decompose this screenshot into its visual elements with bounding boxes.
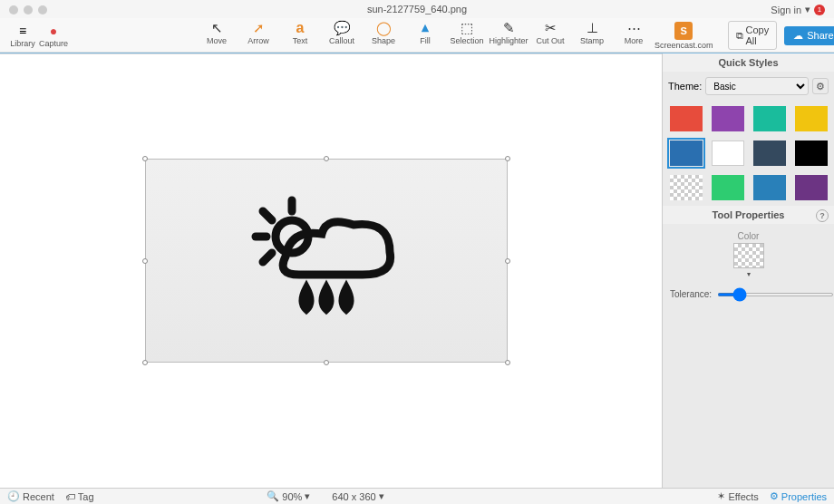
swatch-violet[interactable] <box>795 175 828 200</box>
library-button[interactable]: ≡ Library <box>7 20 38 51</box>
dimensions-menu[interactable]: 640 x 360▾ <box>332 490 383 502</box>
tool-text[interactable]: aText <box>279 20 321 51</box>
more-icon: ⋯ <box>627 20 641 36</box>
style-swatches <box>663 101 834 206</box>
recent-button[interactable]: 🕘Recent <box>7 490 54 502</box>
notification-badge: 1 <box>814 5 825 15</box>
callout-icon: 💬 <box>334 20 351 36</box>
theme-select[interactable]: Basic <box>705 77 809 95</box>
capture-button[interactable]: ● Capture <box>38 20 69 51</box>
tool-callout[interactable]: 💬Callout <box>321 20 363 51</box>
tool-more[interactable]: ⋯More <box>613 20 655 51</box>
text-icon: a <box>296 20 305 36</box>
zoom-icon: 🔍 <box>267 490 279 502</box>
effects-icon: ✶ <box>717 490 725 502</box>
chevron-down-icon: ▾ <box>670 270 827 278</box>
zoom-menu[interactable]: 🔍90%▾ <box>267 490 310 502</box>
cutout-icon: ✂ <box>545 20 557 36</box>
tag-icon: 🏷 <box>65 491 75 502</box>
quick-styles-header: Quick Styles <box>663 53 834 72</box>
screencast-button[interactable]: S Screencast.com <box>655 22 713 50</box>
copy-icon: ⧉ <box>736 30 743 42</box>
selection-handle[interactable] <box>142 156 148 161</box>
svg-line-4 <box>263 253 272 262</box>
library-icon: ≡ <box>19 23 26 39</box>
library-label: Library <box>10 39 35 48</box>
tolerance-label: Tolerance: <box>670 289 712 299</box>
theme-label: Theme: <box>668 81 702 92</box>
fill-icon <box>419 20 432 36</box>
selection-handle[interactable] <box>142 258 148 264</box>
chevron-down-icon: ▾ <box>805 4 810 15</box>
window-title: sun-2127759_640.png <box>0 0 834 18</box>
chevron-down-icon: ▾ <box>379 490 384 502</box>
clock-icon: 🕘 <box>7 490 20 502</box>
tool-move[interactable]: ↖Move <box>196 20 238 51</box>
swatch-red[interactable] <box>670 106 703 131</box>
gear-icon: ⚙ <box>816 81 825 92</box>
window-traffic-lights[interactable] <box>9 5 47 15</box>
swatch-blue[interactable] <box>753 175 786 200</box>
gear-icon: ⚙ <box>770 490 779 502</box>
sign-in-label: Sign in <box>771 5 801 15</box>
tool-fill[interactable]: Fill <box>404 20 446 51</box>
selection-icon: ⬚ <box>461 20 473 36</box>
color-picker[interactable] <box>733 243 764 268</box>
shape-icon: ◯ <box>376 20 392 36</box>
capture-label: Capture <box>39 39 68 48</box>
svg-line-2 <box>263 211 272 220</box>
selection-handle[interactable] <box>505 156 510 161</box>
chevron-down-icon: ▾ <box>305 490 310 502</box>
swatch-darkgray[interactable] <box>753 141 786 166</box>
selection-handle[interactable] <box>505 360 510 365</box>
status-bar: 🕘Recent 🏷Tag 🔍90%▾ 640 x 360▾ <box>0 488 662 504</box>
sign-in-menu[interactable]: Sign in ▾ 1 <box>771 4 825 15</box>
properties-button[interactable]: ⚙Properties <box>770 490 827 502</box>
swatch-yellow[interactable] <box>795 106 828 131</box>
tool-highlighter[interactable]: ✎Highlighter <box>488 20 529 51</box>
capture-icon: ● <box>50 23 57 39</box>
canvas-image[interactable] <box>145 159 508 363</box>
selection-handle[interactable] <box>505 258 510 264</box>
help-icon[interactable]: ? <box>816 209 829 222</box>
screencast-logo-icon: S <box>674 22 693 40</box>
swatch-white[interactable] <box>712 141 744 166</box>
tool-shape[interactable]: ◯Shape <box>363 20 404 51</box>
swatch-green[interactable] <box>712 175 744 200</box>
move-icon: ↖ <box>211 20 223 36</box>
tool-selection[interactable]: ⬚Selection <box>446 20 488 51</box>
screencast-label: Screencast.com <box>655 41 713 50</box>
tool-arrow[interactable]: ➚Arrow <box>238 20 279 51</box>
swatch-selected-blue[interactable] <box>670 141 703 166</box>
toolbar: ≡ Library ● Capture ↖Move ➚Arrow aText 💬… <box>0 18 834 53</box>
share-button[interactable]: ☁ Share <box>784 26 834 45</box>
stamp-icon: ⊥ <box>587 20 598 36</box>
tag-button[interactable]: 🏷Tag <box>65 491 94 502</box>
highlighter-icon: ✎ <box>503 20 515 36</box>
theme-settings-button[interactable]: ⚙ <box>812 78 829 94</box>
effects-button[interactable]: ✶Effects <box>717 490 758 502</box>
color-label: Color <box>670 231 827 241</box>
swatch-teal[interactable] <box>753 106 786 131</box>
side-panel: Quick Styles Theme: Basic ⚙ Tool Propert… <box>662 53 834 488</box>
copy-all-button[interactable]: ⧉ Copy All <box>728 21 778 50</box>
selection-handle[interactable] <box>324 156 329 161</box>
tool-properties-header: Tool Properties ? <box>663 206 834 224</box>
tool-cutout[interactable]: ✂Cut Out <box>529 20 571 51</box>
tool-stamp[interactable]: ⊥Stamp <box>571 20 613 51</box>
selection-handle[interactable] <box>324 360 329 365</box>
canvas-area[interactable] <box>0 53 662 488</box>
arrow-icon: ➚ <box>253 20 265 36</box>
swatch-transparent[interactable] <box>670 175 703 200</box>
selection-handle[interactable] <box>142 360 148 365</box>
side-status: ✶Effects ⚙Properties <box>662 488 834 504</box>
weather-icon <box>236 184 417 338</box>
swatch-black[interactable] <box>795 141 828 166</box>
swatch-purple[interactable] <box>712 106 744 131</box>
share-icon: ☁ <box>793 30 803 42</box>
tolerance-slider[interactable] <box>717 293 834 296</box>
